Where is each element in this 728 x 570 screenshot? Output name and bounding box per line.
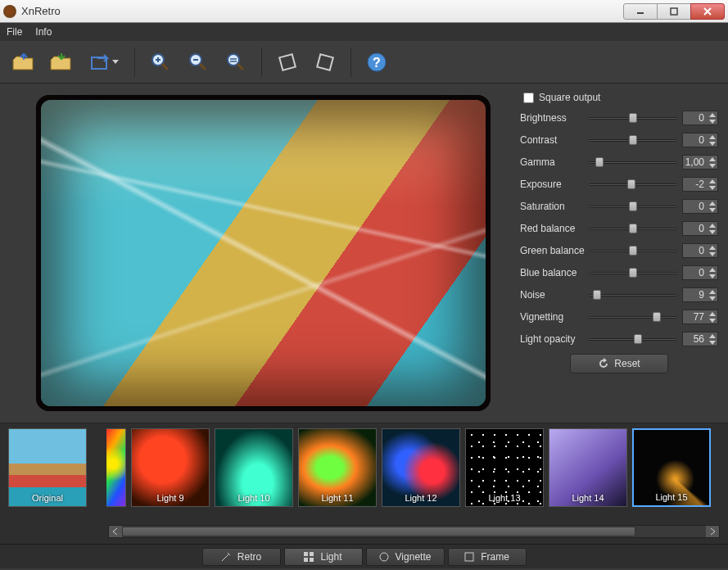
help-button[interactable]: ? bbox=[361, 47, 392, 78]
spin-value[interactable] bbox=[682, 177, 707, 192]
spin-saturation[interactable] bbox=[682, 199, 718, 214]
rotate-right-button[interactable] bbox=[310, 47, 341, 78]
spin-exposure[interactable] bbox=[682, 177, 718, 192]
slider-saturation[interactable] bbox=[589, 201, 677, 212]
spin-blue-balance[interactable] bbox=[682, 265, 718, 280]
window-close-button[interactable] bbox=[690, 3, 725, 20]
thumb-label: Light 13 bbox=[466, 493, 543, 503]
spin-vignetting[interactable] bbox=[682, 310, 718, 324]
spin-up[interactable] bbox=[707, 288, 717, 295]
thumb-label: Light 12 bbox=[382, 493, 459, 503]
tab-vignette[interactable]: Vignette bbox=[366, 548, 445, 566]
spin-up[interactable] bbox=[707, 200, 717, 206]
effects-scrollbar[interactable] bbox=[108, 525, 720, 538]
slider-red-balance[interactable] bbox=[589, 223, 677, 234]
window-minimize-button[interactable] bbox=[623, 3, 658, 20]
spin-brightness[interactable] bbox=[682, 111, 718, 125]
effect-thumbnail[interactable]: Light 11 bbox=[298, 428, 377, 507]
slider-vignetting[interactable] bbox=[589, 311, 677, 323]
spin-green-balance[interactable] bbox=[682, 243, 718, 258]
tab-retro[interactable]: Retro bbox=[202, 548, 281, 566]
spin-value[interactable] bbox=[682, 111, 707, 125]
slider-contrast[interactable] bbox=[589, 134, 677, 146]
square-output-checkbox[interactable] bbox=[523, 93, 534, 103]
effect-thumbnail[interactable]: Light 9 bbox=[131, 428, 210, 507]
zoom-fit-button[interactable] bbox=[220, 47, 251, 78]
reset-button[interactable]: Reset bbox=[570, 354, 668, 373]
spin-up[interactable] bbox=[707, 310, 717, 317]
spin-value[interactable] bbox=[682, 133, 707, 147]
zoom-in-button[interactable] bbox=[145, 47, 176, 78]
slider-green-balance[interactable] bbox=[589, 245, 677, 256]
slider-blue-balance[interactable] bbox=[589, 267, 677, 278]
menu-file[interactable]: File bbox=[7, 26, 22, 38]
tab-light[interactable]: Light bbox=[284, 548, 363, 566]
spin-down[interactable] bbox=[707, 206, 717, 213]
chevron-down-icon bbox=[112, 60, 119, 64]
spin-down[interactable] bbox=[707, 273, 717, 279]
spin-down[interactable] bbox=[707, 251, 717, 257]
original-thumbnail[interactable]: Original bbox=[8, 428, 87, 507]
slider-row: Vignetting bbox=[520, 309, 718, 325]
spin-up[interactable] bbox=[707, 133, 717, 140]
rotate-left-button[interactable] bbox=[272, 47, 303, 78]
spin-noise[interactable] bbox=[682, 287, 718, 302]
spin-value[interactable] bbox=[682, 199, 707, 214]
slider-row: Saturation bbox=[520, 198, 718, 215]
spin-up[interactable] bbox=[707, 178, 717, 184]
effect-thumbnail[interactable]: Light 14 bbox=[549, 428, 627, 507]
scroll-left-button[interactable] bbox=[109, 526, 122, 537]
scrollbar-thumb[interactable] bbox=[122, 527, 635, 536]
effect-thumbnail[interactable]: Light 10 bbox=[215, 428, 293, 507]
slider-noise[interactable] bbox=[589, 289, 677, 301]
spin-value[interactable] bbox=[682, 221, 707, 236]
window-title: XnRetro bbox=[21, 5, 61, 17]
effect-thumbnail[interactable]: Light 13 bbox=[465, 428, 544, 507]
spin-light-opacity[interactable] bbox=[682, 332, 718, 346]
spin-value[interactable] bbox=[682, 243, 707, 258]
square-icon bbox=[464, 552, 474, 562]
spin-up[interactable] bbox=[707, 332, 717, 339]
menu-info[interactable]: Info bbox=[35, 26, 52, 38]
slider-exposure[interactable] bbox=[589, 179, 677, 190]
effect-thumbnail[interactable]: Light 12 bbox=[382, 428, 460, 507]
preview-image[interactable] bbox=[36, 95, 491, 411]
effect-thumbnail-prev[interactable] bbox=[106, 428, 126, 507]
thumb-label: Light 9 bbox=[132, 493, 209, 503]
spin-up[interactable] bbox=[707, 244, 717, 251]
spin-down[interactable] bbox=[707, 295, 717, 301]
spin-down[interactable] bbox=[707, 184, 717, 191]
slider-light-opacity[interactable] bbox=[589, 333, 677, 345]
tab-label: Vignette bbox=[396, 551, 432, 563]
spin-value[interactable] bbox=[682, 332, 707, 346]
spin-gamma[interactable] bbox=[682, 155, 718, 170]
scroll-right-button[interactable] bbox=[706, 526, 719, 537]
spin-down[interactable] bbox=[707, 228, 717, 235]
spin-red-balance[interactable] bbox=[682, 221, 718, 236]
spin-up[interactable] bbox=[707, 266, 717, 273]
tab-frame[interactable]: Frame bbox=[448, 548, 527, 566]
spin-down[interactable] bbox=[707, 162, 717, 169]
spin-up[interactable] bbox=[707, 156, 717, 162]
spin-up[interactable] bbox=[707, 222, 717, 228]
spin-value[interactable] bbox=[682, 287, 707, 302]
spin-value[interactable] bbox=[682, 310, 707, 324]
spin-down[interactable] bbox=[707, 140, 717, 147]
export-button[interactable] bbox=[84, 47, 124, 78]
spin-down[interactable] bbox=[707, 339, 717, 346]
zoom-out-button[interactable] bbox=[183, 47, 214, 78]
window-maximize-button[interactable] bbox=[657, 3, 691, 20]
effect-thumbnail[interactable]: Light 15 bbox=[632, 428, 711, 507]
save-button[interactable] bbox=[46, 47, 77, 78]
spin-value[interactable] bbox=[682, 265, 707, 280]
svg-rect-23 bbox=[310, 558, 314, 562]
spin-value[interactable] bbox=[682, 155, 707, 170]
slider-brightness[interactable] bbox=[589, 112, 677, 124]
slider-row: Gamma bbox=[520, 154, 718, 170]
slider-gamma[interactable] bbox=[589, 156, 677, 168]
spin-down[interactable] bbox=[707, 317, 717, 323]
spin-up[interactable] bbox=[707, 111, 717, 118]
open-button[interactable] bbox=[8, 47, 39, 78]
spin-down[interactable] bbox=[707, 118, 717, 124]
spin-contrast[interactable] bbox=[682, 133, 718, 147]
